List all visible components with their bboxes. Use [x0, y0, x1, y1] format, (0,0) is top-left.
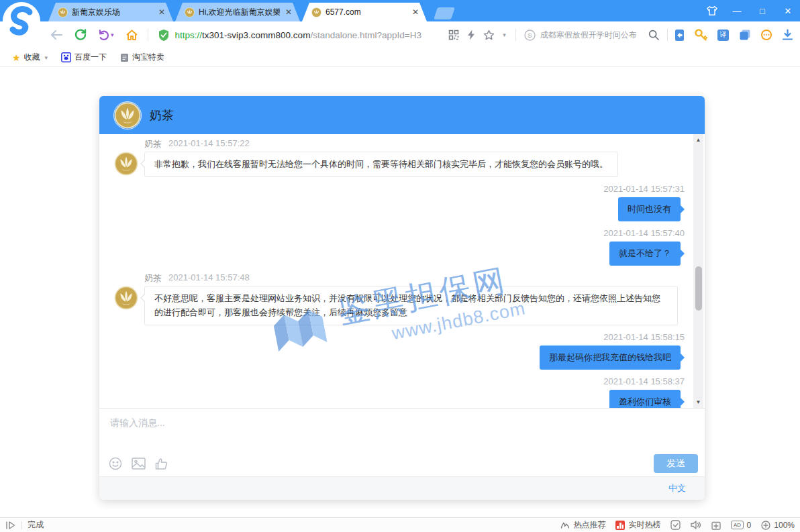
message-timestamp: 2021-01-14 15:57:40 — [603, 228, 685, 238]
translate-icon[interactable]: 译 — [717, 30, 729, 41]
quick-action-bolt-icon[interactable] — [467, 30, 475, 40]
favorite-star-icon[interactable] — [483, 30, 495, 40]
browser-window: 新葡京娱乐场 ✕ Hi,欢迎光临新葡京娱樂城 ✕ 6577.com ✕ — [0, 0, 800, 532]
url-path: /standalone.html?appId=H3 — [310, 30, 421, 40]
browser-tab[interactable]: 6577.com ✕ — [302, 3, 427, 21]
favorites-menu[interactable]: ★ 收藏 ▾ — [8, 52, 52, 63]
browser-titlebar: 新葡京娱乐场 ✕ Hi,欢迎光临新葡京娱樂城 ✕ 6577.com ✕ — [0, 0, 800, 21]
agent-avatar — [114, 102, 141, 129]
scroll-down-icon[interactable]: ▼ — [696, 396, 701, 408]
zoom-level: 100% — [774, 521, 795, 530]
message-text: 非常抱歉，我们在线客服暂时无法给您一个具体的时间，需要等待相关部门核实完毕后，才… — [154, 159, 608, 169]
tab-strip: 新葡京娱乐场 ✕ Hi,欢迎光临新葡京娱樂城 ✕ 6577.com ✕ — [48, 3, 453, 21]
svg-text:S: S — [528, 32, 532, 39]
reader-sidebar-icon[interactable] — [5, 521, 16, 529]
chat-message-area[interactable]: 奶茶 2021-01-14 15:57:22 非常抱歉，我们在线客服暂时无法给您… — [99, 134, 705, 408]
message-list: 奶茶 2021-01-14 15:57:22 非常抱歉，我们在线客服暂时无法给您… — [99, 134, 705, 408]
tab-title: 新葡京娱乐场 — [72, 7, 153, 18]
maximize-button[interactable]: □ — [757, 7, 768, 15]
zoom-control[interactable]: 100% — [761, 521, 795, 530]
message-timestamp: 2021-01-14 15:57:31 — [603, 184, 685, 194]
chat-footer: 中文 — [99, 476, 705, 500]
url-scheme: https:// — [175, 30, 203, 40]
page-check-icon[interactable] — [670, 520, 681, 530]
url-text[interactable]: https://tx301-svip3.comm800.com/standalo… — [175, 30, 444, 40]
undo-icon[interactable]: ▾ — [98, 30, 114, 41]
tab-title: 6577.com — [326, 7, 407, 17]
agent-name: 奶茶 — [150, 107, 174, 123]
ad-count: 0 — [747, 521, 752, 530]
hot-list-chart-icon — [615, 521, 625, 530]
tab-close-icon[interactable]: ✕ — [157, 7, 166, 17]
scrollbar-thumb[interactable] — [695, 266, 702, 311]
back-icon[interactable] — [50, 30, 63, 40]
agent-message: 奶茶 2021-01-14 15:57:48 不好意思呢，客服主要是处理网站业务… — [114, 272, 685, 325]
skin-theme-icon[interactable] — [706, 5, 717, 16]
emoji-icon[interactable] — [109, 457, 122, 470]
hot-list-button[interactable]: 实时热榜 — [615, 519, 660, 531]
bookmark-label: 百度一下 — [74, 52, 107, 63]
message-input-placeholder[interactable]: 请输入消息... — [110, 417, 165, 429]
ad-badge-icon: AD — [731, 521, 743, 529]
minimize-button[interactable]: — — [732, 7, 742, 15]
search-magnifier-icon[interactable] — [648, 30, 659, 40]
tab-close-icon[interactable]: ✕ — [411, 7, 420, 17]
speaker-icon[interactable] — [691, 521, 701, 529]
close-button[interactable]: ✕ — [783, 7, 793, 15]
download-manager-icon[interactable] — [782, 29, 793, 41]
bookmark-baidu[interactable]: 百度一下 — [57, 52, 111, 63]
browser-tab[interactable]: 新葡京娱乐场 ✕ — [48, 3, 173, 21]
extensions-windows-icon[interactable] — [739, 29, 751, 41]
agent-avatar — [114, 286, 138, 310]
document-icon — [120, 53, 129, 62]
browser-tab[interactable]: Hi,欢迎光临新葡京娱樂城 ✕ — [175, 3, 300, 21]
hot-recommend-button[interactable]: 热点推荐 — [560, 519, 605, 531]
baidu-paw-icon — [61, 52, 71, 62]
new-tab-button[interactable] — [434, 7, 455, 19]
sogou-browser-logo[interactable] — [2, 1, 41, 40]
password-key-icon[interactable] — [695, 29, 707, 42]
favorites-label: 收藏 — [24, 52, 40, 63]
hot-recommend-label: 热点推荐 — [573, 519, 605, 531]
chat-scrollbar[interactable]: ▲ ▼ — [693, 134, 703, 408]
thumbs-up-icon[interactable] — [155, 458, 168, 470]
security-shield-icon[interactable] — [158, 29, 170, 42]
undo-caret-icon[interactable]: ▾ — [111, 32, 114, 38]
message-timestamp: 2021-01-14 15:57:22 — [168, 138, 250, 150]
ad-block-counter[interactable]: AD 0 — [731, 521, 751, 530]
message-timestamp: 2021-01-14 15:58:37 — [603, 376, 685, 386]
search-suggestion-text[interactable]: 成都寒假放假开学时间公布 — [540, 30, 644, 41]
chat-input-area[interactable]: 请输入消息... 发送 — [99, 408, 705, 476]
tab-title: Hi,欢迎光临新葡京娱樂城 — [199, 7, 280, 18]
bookmark-taobao[interactable]: 淘宝特卖 — [116, 52, 168, 63]
favorites-star-icon: ★ — [12, 52, 21, 63]
url-host: tx301-svip3.comm800.com — [202, 30, 310, 40]
address-caret-icon[interactable]: ▾ — [503, 32, 506, 38]
message-bubble: 那最起码你把我充值的钱给我吧 — [540, 345, 681, 370]
address-bar[interactable]: https://tx301-svip3.comm800.com/standalo… — [155, 29, 509, 42]
message-timestamp: 2021-01-14 15:58:15 — [603, 332, 685, 342]
site-favicon-icon — [185, 7, 195, 17]
refresh-icon[interactable] — [74, 29, 87, 41]
message-bubble: 不好意思呢，客服主要是处理网站业务知识，并没有权限可以处理您的状况，都是将相关部… — [144, 286, 678, 325]
zoom-plus-icon — [761, 521, 770, 530]
input-toolbar — [109, 457, 168, 470]
tab-close-icon[interactable]: ✕ — [284, 7, 293, 17]
user-message: 2021-01-14 15:57:31 时间也没有 — [114, 184, 685, 221]
language-link[interactable]: 中文 — [668, 482, 686, 494]
more-tools-icon[interactable]: ⋯ — [761, 30, 772, 40]
message-bubble: 非常抱歉，我们在线客服暂时无法给您一个具体的时间，需要等待相关部门核实完毕后，才… — [144, 152, 618, 177]
site-favicon-icon — [58, 7, 68, 17]
home-icon[interactable] — [126, 29, 138, 41]
browser-toolbar: ▾ https://tx301-svip3.comm800.com/standa… — [0, 21, 800, 48]
send-button[interactable]: 发送 — [654, 454, 698, 473]
capture-box-icon[interactable] — [711, 521, 721, 530]
send-to-phone-icon[interactable] — [674, 29, 685, 42]
scroll-up-icon[interactable]: ▲ — [696, 134, 701, 146]
page-content: 奶茶 奶茶 2021-01-14 15:57:22 非常抱歉，我们在线客服暂时无… — [0, 67, 800, 517]
user-message: 2021-01-14 15:58:15 那最起码你把我充值的钱给我吧 — [114, 332, 685, 370]
search-box[interactable]: S 成都寒假放假开学时间公布 — [523, 30, 660, 41]
agent-name: 奶茶 — [144, 138, 162, 150]
qr-code-icon[interactable] — [448, 30, 459, 40]
image-upload-icon[interactable] — [132, 458, 146, 470]
